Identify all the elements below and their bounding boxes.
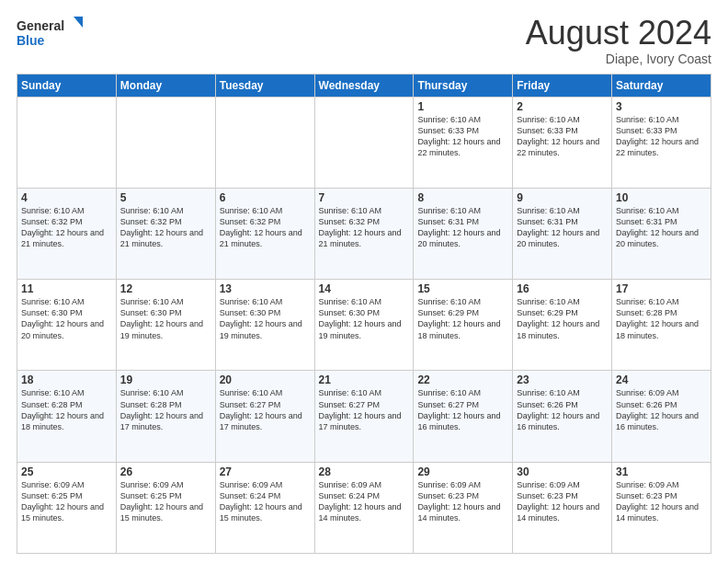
day-info: Sunrise: 6:10 AM Sunset: 6:28 PM Dayligh… — [616, 296, 707, 341]
day-info: Sunrise: 6:10 AM Sunset: 6:27 PM Dayligh… — [417, 387, 508, 432]
day-number: 25 — [21, 465, 112, 478]
logo: General Blue — [17, 15, 90, 52]
calendar: SundayMondayTuesdayWednesdayThursdayFrid… — [17, 74, 711, 554]
table-cell: 26Sunrise: 6:09 AM Sunset: 6:25 PM Dayli… — [116, 462, 215, 553]
day-number: 7 — [319, 191, 410, 204]
day-number: 3 — [616, 100, 707, 113]
table-cell: 6Sunrise: 6:10 AM Sunset: 6:32 PM Daylig… — [215, 188, 314, 279]
table-cell: 4Sunrise: 6:10 AM Sunset: 6:32 PM Daylig… — [17, 188, 117, 279]
header: General Blue August 2024 Diape, Ivory Co… — [17, 15, 711, 66]
day-number: 12 — [120, 282, 211, 295]
table-cell: 1Sunrise: 6:10 AM Sunset: 6:33 PM Daylig… — [414, 97, 513, 188]
day-info: Sunrise: 6:09 AM Sunset: 6:25 PM Dayligh… — [21, 479, 112, 524]
table-cell: 13Sunrise: 6:10 AM Sunset: 6:30 PM Dayli… — [215, 280, 314, 371]
header-wednesday: Wednesday — [314, 74, 414, 97]
table-cell: 29Sunrise: 6:09 AM Sunset: 6:23 PM Dayli… — [414, 462, 513, 553]
week-row-0: 1Sunrise: 6:10 AM Sunset: 6:33 PM Daylig… — [17, 97, 711, 188]
table-cell: 23Sunrise: 6:10 AM Sunset: 6:26 PM Dayli… — [513, 371, 612, 462]
table-cell: 9Sunrise: 6:10 AM Sunset: 6:31 PM Daylig… — [513, 188, 612, 279]
header-sunday: Sunday — [17, 74, 117, 97]
day-number: 9 — [517, 191, 608, 204]
day-number: 16 — [517, 282, 608, 295]
svg-text:Blue: Blue — [17, 33, 45, 48]
day-info: Sunrise: 6:09 AM Sunset: 6:23 PM Dayligh… — [517, 479, 608, 524]
day-number: 10 — [616, 191, 707, 204]
day-number: 2 — [517, 100, 608, 113]
page: General Blue August 2024 Diape, Ivory Co… — [0, 0, 728, 563]
day-info: Sunrise: 6:10 AM Sunset: 6:28 PM Dayligh… — [21, 387, 112, 432]
table-cell: 28Sunrise: 6:09 AM Sunset: 6:24 PM Dayli… — [314, 462, 414, 553]
table-cell: 27Sunrise: 6:09 AM Sunset: 6:24 PM Dayli… — [215, 462, 314, 553]
table-cell: 22Sunrise: 6:10 AM Sunset: 6:27 PM Dayli… — [414, 371, 513, 462]
table-cell: 7Sunrise: 6:10 AM Sunset: 6:32 PM Daylig… — [314, 188, 414, 279]
day-number: 26 — [120, 465, 211, 478]
day-info: Sunrise: 6:09 AM Sunset: 6:24 PM Dayligh… — [220, 479, 311, 524]
day-number: 20 — [220, 373, 311, 386]
table-cell — [116, 97, 215, 188]
day-number: 17 — [616, 282, 707, 295]
day-info: Sunrise: 6:10 AM Sunset: 6:31 PM Dayligh… — [417, 205, 508, 250]
table-cell: 19Sunrise: 6:10 AM Sunset: 6:28 PM Dayli… — [116, 371, 215, 462]
table-cell: 21Sunrise: 6:10 AM Sunset: 6:27 PM Dayli… — [314, 371, 414, 462]
day-number: 18 — [21, 373, 112, 386]
day-info: Sunrise: 6:10 AM Sunset: 6:28 PM Dayligh… — [120, 387, 211, 432]
table-cell: 12Sunrise: 6:10 AM Sunset: 6:30 PM Dayli… — [116, 280, 215, 371]
day-number: 21 — [319, 373, 410, 386]
day-info: Sunrise: 6:10 AM Sunset: 6:32 PM Dayligh… — [319, 205, 410, 250]
day-number: 15 — [417, 282, 508, 295]
day-number: 19 — [120, 373, 211, 386]
logo-svg: General Blue — [17, 15, 90, 52]
day-info: Sunrise: 6:10 AM Sunset: 6:31 PM Dayligh… — [517, 205, 608, 250]
day-info: Sunrise: 6:10 AM Sunset: 6:33 PM Dayligh… — [616, 114, 707, 159]
week-row-2: 11Sunrise: 6:10 AM Sunset: 6:30 PM Dayli… — [17, 280, 711, 371]
day-info: Sunrise: 6:10 AM Sunset: 6:30 PM Dayligh… — [120, 296, 211, 341]
header-tuesday: Tuesday — [215, 74, 314, 97]
week-row-4: 25Sunrise: 6:09 AM Sunset: 6:25 PM Dayli… — [17, 462, 711, 553]
day-number: 1 — [417, 100, 508, 113]
day-number: 27 — [220, 465, 311, 478]
svg-marker-2 — [74, 17, 83, 28]
calendar-header-row: SundayMondayTuesdayWednesdayThursdayFrid… — [17, 74, 711, 97]
day-info: Sunrise: 6:10 AM Sunset: 6:31 PM Dayligh… — [616, 205, 707, 250]
day-info: Sunrise: 6:09 AM Sunset: 6:24 PM Dayligh… — [319, 479, 410, 524]
table-cell: 10Sunrise: 6:10 AM Sunset: 6:31 PM Dayli… — [612, 188, 711, 279]
subtitle: Diape, Ivory Coast — [526, 52, 711, 66]
table-cell: 11Sunrise: 6:10 AM Sunset: 6:30 PM Dayli… — [17, 280, 117, 371]
table-cell — [17, 97, 117, 188]
day-info: Sunrise: 6:10 AM Sunset: 6:30 PM Dayligh… — [21, 296, 112, 341]
day-info: Sunrise: 6:10 AM Sunset: 6:26 PM Dayligh… — [517, 387, 608, 432]
day-info: Sunrise: 6:10 AM Sunset: 6:33 PM Dayligh… — [417, 114, 508, 159]
day-number: 23 — [517, 373, 608, 386]
day-number: 8 — [417, 191, 508, 204]
day-info: Sunrise: 6:10 AM Sunset: 6:32 PM Dayligh… — [220, 205, 311, 250]
table-cell: 3Sunrise: 6:10 AM Sunset: 6:33 PM Daylig… — [612, 97, 711, 188]
calendar-body: 1Sunrise: 6:10 AM Sunset: 6:33 PM Daylig… — [17, 97, 711, 553]
day-number: 5 — [120, 191, 211, 204]
day-info: Sunrise: 6:10 AM Sunset: 6:30 PM Dayligh… — [319, 296, 410, 341]
svg-text:General: General — [17, 18, 64, 33]
header-friday: Friday — [513, 74, 612, 97]
table-cell: 16Sunrise: 6:10 AM Sunset: 6:29 PM Dayli… — [513, 280, 612, 371]
table-cell: 20Sunrise: 6:10 AM Sunset: 6:27 PM Dayli… — [215, 371, 314, 462]
table-cell — [314, 97, 414, 188]
day-number: 31 — [616, 465, 707, 478]
day-info: Sunrise: 6:09 AM Sunset: 6:23 PM Dayligh… — [616, 479, 707, 524]
table-cell: 14Sunrise: 6:10 AM Sunset: 6:30 PM Dayli… — [314, 280, 414, 371]
day-info: Sunrise: 6:10 AM Sunset: 6:33 PM Dayligh… — [517, 114, 608, 159]
day-number: 14 — [319, 282, 410, 295]
day-info: Sunrise: 6:10 AM Sunset: 6:29 PM Dayligh… — [517, 296, 608, 341]
header-monday: Monday — [116, 74, 215, 97]
day-number: 4 — [21, 191, 112, 204]
table-cell: 25Sunrise: 6:09 AM Sunset: 6:25 PM Dayli… — [17, 462, 117, 553]
day-number: 22 — [417, 373, 508, 386]
week-row-3: 18Sunrise: 6:10 AM Sunset: 6:28 PM Dayli… — [17, 371, 711, 462]
header-saturday: Saturday — [612, 74, 711, 97]
table-cell: 31Sunrise: 6:09 AM Sunset: 6:23 PM Dayli… — [612, 462, 711, 553]
table-cell: 15Sunrise: 6:10 AM Sunset: 6:29 PM Dayli… — [414, 280, 513, 371]
day-info: Sunrise: 6:10 AM Sunset: 6:32 PM Dayligh… — [21, 205, 112, 250]
day-info: Sunrise: 6:10 AM Sunset: 6:29 PM Dayligh… — [417, 296, 508, 341]
day-number: 28 — [319, 465, 410, 478]
day-number: 11 — [21, 282, 112, 295]
day-info: Sunrise: 6:09 AM Sunset: 6:23 PM Dayligh… — [417, 479, 508, 524]
table-cell: 8Sunrise: 6:10 AM Sunset: 6:31 PM Daylig… — [414, 188, 513, 279]
